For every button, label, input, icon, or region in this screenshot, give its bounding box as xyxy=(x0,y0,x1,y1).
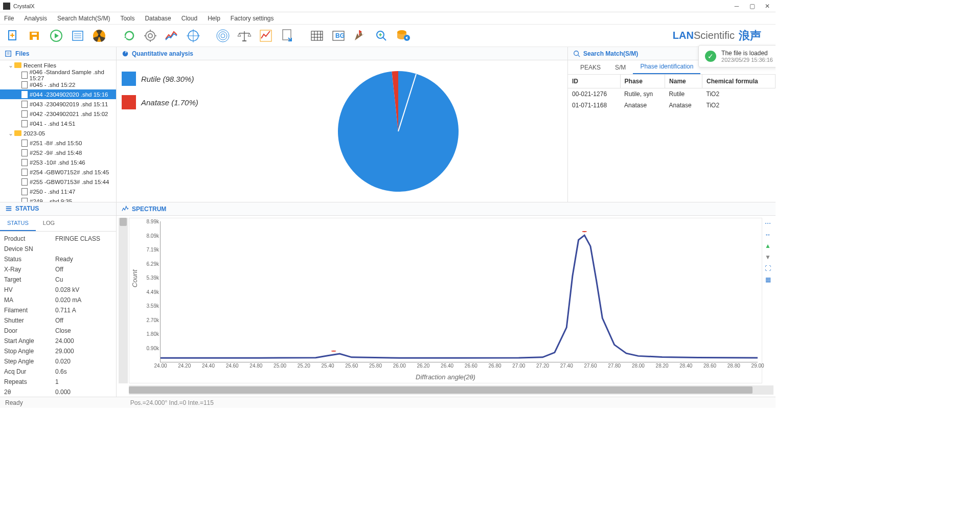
x-tick: 24.20 xyxy=(178,362,191,369)
status-row: Repeats1 xyxy=(0,377,116,387)
spectrum-chart[interactable]: 0.90k1.80k2.70k3.59k4.49k5.39k6.29k7.19k… xyxy=(129,218,762,383)
phase-table: IDPhaseNameChemical formula 00-021-1276R… xyxy=(568,75,776,111)
fingerprint-icon[interactable] xyxy=(214,27,232,45)
status-row: ProductFRINGE CLASS xyxy=(0,234,116,244)
file-node[interactable]: #041 - .shd 14:51 xyxy=(0,119,116,128)
status-row: Acq Dur0.6s xyxy=(0,367,116,377)
expand-h-icon[interactable]: ↔ xyxy=(763,230,772,239)
file-node[interactable]: #250 - .shd 11:47 xyxy=(0,187,116,196)
file-node[interactable]: #255 -GBW07153# .shd 15:44 xyxy=(0,177,116,187)
file-node[interactable]: #043 -2304902019 .shd 15:11 xyxy=(0,99,116,109)
legend-item: Rutile (98.30%) xyxy=(122,72,234,86)
zoom-icon[interactable] xyxy=(372,27,391,45)
status-row: Start Angle24.000 xyxy=(0,336,116,346)
status-row: ShutterOff xyxy=(0,315,116,326)
column-header[interactable]: Chemical formula xyxy=(702,75,776,88)
x-tick: 24.60 xyxy=(226,362,239,369)
grid-tool-icon[interactable]: ▦ xyxy=(763,275,772,284)
x-tick: 26.40 xyxy=(441,362,453,369)
y-tick: 6.29k xyxy=(147,261,161,266)
close-button[interactable]: ✕ xyxy=(764,3,770,9)
statusbar-right: Pos.=24.000° Ind.=0 Inte.=115 xyxy=(130,399,214,406)
column-header[interactable]: Name xyxy=(665,75,702,88)
x-tick: 24.80 xyxy=(249,362,262,369)
bg-icon[interactable]: BG xyxy=(329,27,348,45)
menu-database[interactable]: Database xyxy=(145,15,171,22)
x-tick: 25.20 xyxy=(298,362,310,369)
x-tick: 24.40 xyxy=(202,362,215,369)
new-file-icon[interactable] xyxy=(4,27,22,45)
status-bar: Ready Pos.=24.000° Ind.=0 Inte.=115 xyxy=(0,397,776,408)
save-icon[interactable] xyxy=(26,27,44,45)
chart-icon[interactable] xyxy=(163,27,181,45)
menu-tools[interactable]: Tools xyxy=(120,15,134,22)
svg-point-51 xyxy=(331,351,336,352)
radiation-icon[interactable] xyxy=(90,27,108,45)
svg-point-46 xyxy=(574,51,579,55)
search-tab[interactable]: PEAKS xyxy=(573,61,608,74)
tool-bar: BG LANScientific 浪声 xyxy=(0,25,776,47)
file-node[interactable]: #046 -Standard Sample .shd 15:27 xyxy=(0,70,116,80)
x-tick: 28.60 xyxy=(703,362,716,369)
list-icon[interactable] xyxy=(69,27,87,45)
status-row: TargetCu xyxy=(0,275,116,285)
menu-analysis[interactable]: Analysis xyxy=(24,15,47,22)
x-tick: 27.80 xyxy=(608,362,621,369)
export-icon[interactable] xyxy=(278,27,297,45)
app-title: CrystalX xyxy=(13,3,734,9)
file-node[interactable]: #045 - .shd 15:22 xyxy=(0,80,116,89)
file-node[interactable]: #251 -8# .shd 15:50 xyxy=(0,138,116,148)
minimize-button[interactable]: ─ xyxy=(734,3,740,9)
x-tick: 28.20 xyxy=(656,362,669,369)
file-node[interactable]: #042 -2304902021 .shd 15:02 xyxy=(0,109,116,119)
file-node[interactable]: #249 - .shd 9:35 xyxy=(0,196,116,202)
menu-cloud[interactable]: Cloud xyxy=(181,15,197,22)
file-node[interactable]: #253 -10# .shd 15:46 xyxy=(0,157,116,167)
svg-point-21 xyxy=(219,32,227,40)
more-icon[interactable]: ⋯ xyxy=(763,219,772,228)
column-header[interactable]: ID xyxy=(568,75,620,88)
menu-factorysettings[interactable]: Factory settings xyxy=(231,15,274,22)
file-tree[interactable]: ⌄Recent Files#046 -Standard Sample .shd … xyxy=(0,60,116,202)
menu-help[interactable]: Help xyxy=(208,15,220,22)
file-node[interactable]: #044 -2304902020 .shd 15:16 xyxy=(0,89,116,99)
balance-icon[interactable] xyxy=(235,27,254,45)
y-tick: 0.90k xyxy=(147,345,161,351)
column-header[interactable]: Phase xyxy=(620,75,665,88)
search-tab[interactable]: Phase identification xyxy=(633,60,700,74)
files-header: Files xyxy=(0,47,116,60)
spectrum-vscroll[interactable] xyxy=(119,218,128,383)
target-icon[interactable] xyxy=(184,27,202,45)
status-tab[interactable]: STATUS xyxy=(0,216,36,231)
db-icon[interactable] xyxy=(394,27,412,45)
spectrum-side-tools: ⋯ ↔ ▲ ▼ ⛶ ▦ xyxy=(762,218,773,383)
files-panel: Files ⌄Recent Files#046 -Standard Sample… xyxy=(0,47,117,202)
maximize-button[interactable]: ▢ xyxy=(749,3,755,9)
y-tick: 5.39k xyxy=(147,275,161,281)
x-tick: 25.40 xyxy=(322,362,334,369)
toast-timestamp: 2023/05/29 15:36:16 xyxy=(721,57,773,63)
table-row[interactable]: 01-071-1168AnataseAnataseTiO2 xyxy=(568,100,776,111)
menu-file[interactable]: File xyxy=(4,15,14,22)
x-tick: 28.00 xyxy=(632,362,645,369)
grid-icon[interactable] xyxy=(308,27,326,45)
folder-node[interactable]: ⌄2023-05 xyxy=(0,128,116,138)
file-node[interactable]: #252 -9# .shd 15:48 xyxy=(0,148,116,157)
trend-icon[interactable] xyxy=(257,27,275,45)
gear-icon[interactable] xyxy=(141,27,159,45)
up-arrow-icon[interactable]: ▲ xyxy=(763,241,772,250)
refresh-icon[interactable] xyxy=(120,27,138,45)
search-tab[interactable]: S/M xyxy=(608,61,633,74)
play-icon[interactable] xyxy=(47,27,65,45)
spectrum-hscroll[interactable] xyxy=(129,385,773,395)
x-tick: 26.00 xyxy=(393,362,406,369)
flag-icon[interactable] xyxy=(351,27,369,45)
file-node[interactable]: #254 -GBW07152# .shd 15:45 xyxy=(0,167,116,177)
x-tick: 26.60 xyxy=(465,362,477,369)
status-tab[interactable]: LOG xyxy=(36,216,62,231)
menu-searchmatchsm[interactable]: Search Match(S/M) xyxy=(57,15,110,22)
fullscreen-icon[interactable]: ⛶ xyxy=(763,264,772,273)
pie-chart xyxy=(234,65,562,197)
table-row[interactable]: 00-021-1276Rutile, synRutileTiO2 xyxy=(568,88,776,100)
down-arrow-icon[interactable]: ▼ xyxy=(763,253,772,262)
